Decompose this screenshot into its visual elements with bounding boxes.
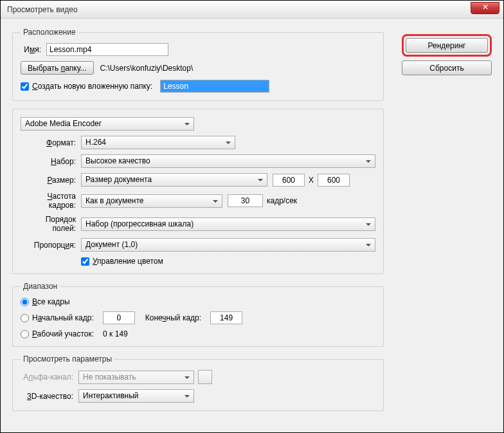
range-end-input[interactable] [210, 311, 242, 324]
range-work-radio[interactable] [21, 330, 29, 338]
fps-input[interactable] [228, 194, 263, 207]
range-work-range: 0 к 149 [99, 329, 132, 338]
size-width-input[interactable] [273, 174, 305, 187]
range-legend: Диапазон [21, 282, 60, 291]
range-all-label: Все кадры [32, 297, 70, 306]
q3d-label: 3D-качество: [21, 392, 78, 401]
close-button[interactable]: ✕ [471, 2, 500, 14]
preset-select[interactable]: Высокое качество [81, 154, 375, 168]
range-start-label: Начальный кадр: [32, 313, 99, 322]
aspect-label: Пропорция: [21, 241, 81, 250]
close-icon: ✕ [482, 3, 489, 12]
preview-group: Просмотреть параметры Альфа-канал: Не по… [12, 355, 384, 411]
location-legend: Расположение [21, 28, 78, 37]
fieldorder-select[interactable]: Набор (прогрессивная шкала) [81, 217, 375, 231]
format-label: Формат: [21, 138, 81, 147]
format-select[interactable]: H.264 [81, 136, 235, 149]
encoder-engine-select[interactable]: Adobe Media Encoder [21, 117, 194, 131]
aspect-select[interactable]: Документ (1,0) [81, 238, 375, 252]
titlebar: Просмотреть видео ✕ [1, 1, 503, 19]
alpha-select: Не показывать [78, 371, 194, 384]
window-title: Просмотреть видео [7, 5, 78, 14]
encoder-group: Adobe Media Encoder Формат: H.264 Набор:… [12, 109, 384, 274]
name-label: Имя: [21, 45, 46, 54]
render-button-highlight: Рендеринг [402, 34, 492, 57]
range-work-label: Рабочий участок: [32, 329, 99, 338]
reset-button[interactable]: Сбросить [402, 60, 492, 75]
alpha-color-button[interactable] [198, 370, 212, 384]
fps-unit: кадр/сек [263, 196, 301, 205]
choose-folder-button[interactable]: Выбрать папку... [21, 61, 94, 75]
alpha-label: Альфа-канал: [21, 373, 78, 382]
fieldorder-label: Порядок полей: [21, 215, 81, 233]
path-text: C:\Users\konfuziy\Desktop\ [100, 64, 194, 73]
preview-legend: Просмотреть параметры [21, 355, 114, 364]
size-x-label: X [305, 176, 318, 185]
range-start-input[interactable] [103, 311, 135, 324]
subfolder-input[interactable] [160, 80, 269, 93]
range-start-radio[interactable] [21, 314, 29, 322]
name-input[interactable] [46, 43, 168, 56]
size-select[interactable]: Размер документа [81, 173, 267, 187]
size-height-input[interactable] [318, 174, 350, 187]
subfolder-checkbox[interactable] [21, 82, 29, 91]
render-button[interactable]: Рендеринг [406, 38, 488, 53]
subfolder-label: Создать новую вложенную папку: [32, 82, 152, 91]
fps-select[interactable]: Как в документе [81, 194, 222, 208]
preset-label: Набор: [21, 157, 81, 166]
size-label: Размер: [21, 176, 81, 185]
location-group: Расположение Имя: Выбрать папку... C:\Us… [12, 28, 384, 101]
range-all-radio[interactable] [21, 298, 29, 306]
colormgmt-checkbox[interactable] [81, 257, 89, 266]
fps-label: Частота кадров: [21, 192, 81, 210]
q3d-select[interactable]: Интерактивный [78, 389, 194, 403]
range-end-label: Конечный кадр: [145, 313, 206, 322]
colormgmt-label: Управление цветом [93, 257, 163, 266]
range-group: Диапазон Все кадры Начальный кадр: Конеч… [12, 282, 384, 347]
